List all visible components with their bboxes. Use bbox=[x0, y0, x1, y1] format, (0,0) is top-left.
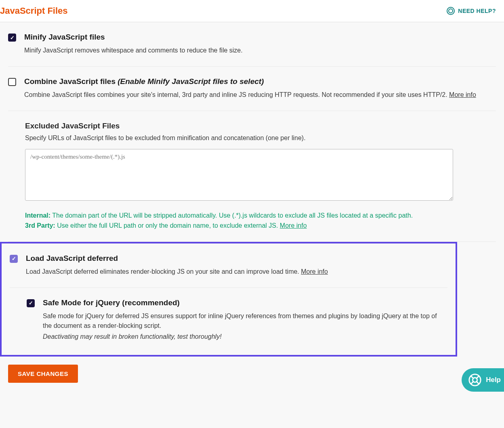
help-icon bbox=[447, 7, 455, 15]
svg-point-1 bbox=[472, 378, 477, 382]
excluded-section: Excluded JavaScript Files Specify URLs o… bbox=[8, 111, 496, 242]
combine-more-info-link[interactable]: More info bbox=[449, 91, 476, 98]
help-widget[interactable]: Help bbox=[462, 368, 504, 392]
excluded-more-info-link[interactable]: More info bbox=[280, 222, 307, 229]
safe-mode-warning: Deactivating may result in broken functi… bbox=[43, 332, 447, 342]
minify-section: Minify JavaScript files Minify JavaScrip… bbox=[8, 22, 496, 67]
excluded-hints: Internal: The domain part of the URL wil… bbox=[25, 210, 496, 231]
safe-mode-title: Safe Mode for jQuery (recommended) bbox=[43, 298, 447, 307]
defer-section: Load JavaScript deferred Load JavaScript… bbox=[10, 243, 447, 288]
combine-title: Combine JavaScript files (Enable Minify … bbox=[24, 77, 496, 86]
svg-line-2 bbox=[471, 376, 473, 378]
svg-line-5 bbox=[471, 382, 473, 384]
highlighted-defer-box: Load JavaScript deferred Load JavaScript… bbox=[0, 242, 457, 357]
combine-section: Combine JavaScript files (Enable Minify … bbox=[8, 67, 496, 111]
third-party-hint-label: 3rd Party: bbox=[25, 222, 55, 229]
internal-hint-label: Internal: bbox=[25, 212, 50, 219]
defer-more-info-link[interactable]: More info bbox=[301, 268, 328, 275]
need-help-label: NEED HELP? bbox=[458, 8, 496, 14]
minify-desc: Minify JavaScript removes whitespace and… bbox=[24, 46, 496, 56]
save-bar: SAVE CHANGES bbox=[8, 357, 496, 383]
excluded-textarea[interactable] bbox=[25, 149, 453, 201]
third-party-hint-text: Use either the full URL path or only the… bbox=[55, 222, 280, 229]
page-header: JavaScript Files NEED HELP? bbox=[0, 0, 504, 22]
page-title: JavaScript Files bbox=[0, 6, 68, 16]
life-ring-icon bbox=[468, 373, 482, 387]
safe-mode-desc: Safe mode for jQuery for deferred JS ens… bbox=[43, 311, 447, 331]
need-help-link[interactable]: NEED HELP? bbox=[447, 7, 496, 15]
defer-title: Load JavaScript deferred bbox=[26, 254, 447, 263]
internal-hint-text: The domain part of the URL will be strip… bbox=[50, 212, 413, 219]
svg-line-3 bbox=[477, 382, 479, 384]
combine-checkbox[interactable] bbox=[8, 78, 16, 86]
defer-checkbox[interactable] bbox=[10, 255, 18, 263]
excluded-title: Excluded JavaScript Files bbox=[25, 122, 496, 130]
safe-mode-checkbox[interactable] bbox=[27, 299, 35, 307]
minify-title: Minify JavaScript files bbox=[24, 33, 496, 42]
combine-desc: Combine JavaScript files combines your s… bbox=[24, 90, 496, 100]
defer-desc: Load JavaScript deferred eliminates rend… bbox=[26, 267, 447, 277]
minify-checkbox[interactable] bbox=[8, 34, 16, 42]
svg-line-4 bbox=[477, 376, 479, 378]
settings-content: Minify JavaScript files Minify JavaScrip… bbox=[0, 22, 504, 383]
safe-mode-section: Safe Mode for jQuery (recommended) Safe … bbox=[10, 288, 447, 355]
excluded-desc: Specify URLs of JavaScript files to be e… bbox=[25, 134, 496, 142]
save-button[interactable]: SAVE CHANGES bbox=[8, 365, 78, 383]
help-widget-label: Help bbox=[486, 376, 501, 384]
